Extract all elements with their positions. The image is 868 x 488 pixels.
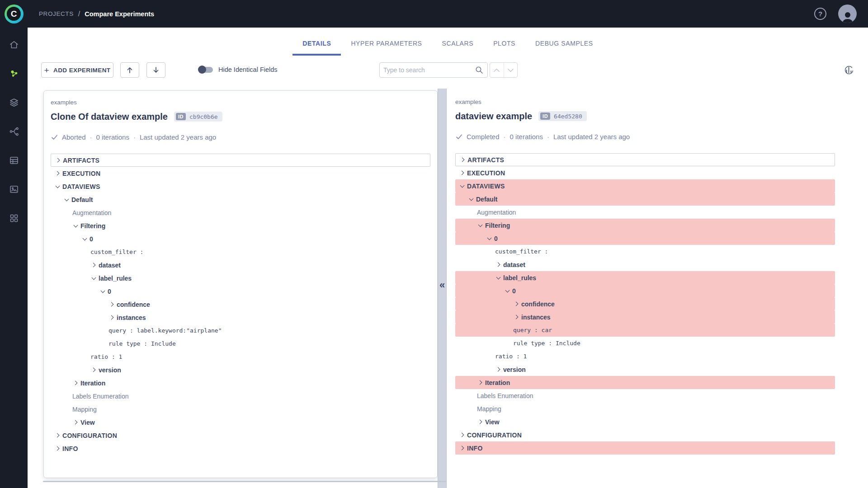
row-chevron-icon[interactable] <box>54 170 61 177</box>
row-chevron-icon[interactable] <box>486 235 493 242</box>
tab-details[interactable]: DETAILS <box>292 40 341 56</box>
row-chevron-icon[interactable] <box>477 379 484 386</box>
user-avatar[interactable] <box>838 5 857 23</box>
tree-row[interactable]: 0 <box>51 232 430 245</box>
sidebar-item-pipelines[interactable] <box>0 117 28 146</box>
tree-row[interactable]: View <box>455 415 835 428</box>
tree-row[interactable]: DATAVIEWS <box>455 179 835 192</box>
sidebar-item-orchestration[interactable] <box>0 146 28 175</box>
app-logo[interactable]: C <box>0 0 28 28</box>
tree-row[interactable]: instances <box>51 311 430 324</box>
tree-row[interactable]: CONFIGURATION <box>455 428 835 441</box>
tree-row[interactable]: confidence <box>455 297 835 310</box>
tree-row[interactable]: EXECUTION <box>455 166 835 179</box>
tree-row[interactable]: Iteration <box>455 376 835 389</box>
row-chevron-icon[interactable] <box>55 157 61 164</box>
tree-row[interactable]: instances <box>455 310 835 324</box>
tree-row[interactable]: INFO <box>455 441 835 455</box>
hide-identical-toggle[interactable] <box>198 67 213 73</box>
tree-row[interactable]: 0 <box>51 285 430 298</box>
experiment-id-badge[interactable]: ID 64ed5280 <box>538 111 587 121</box>
row-chevron-icon[interactable] <box>495 366 502 373</box>
row-chevron-icon[interactable] <box>459 156 466 163</box>
row-chevron-icon[interactable] <box>513 314 520 320</box>
tree-row[interactable]: Default <box>455 192 835 206</box>
tab-hyper-parameters[interactable]: HYPER PARAMETERS <box>341 40 432 56</box>
sidebar-item-projects[interactable] <box>0 59 28 88</box>
plus-icon: + <box>44 66 50 75</box>
project-name[interactable]: examples <box>51 99 430 106</box>
tree-row[interactable]: 0 <box>455 232 835 245</box>
reports-icon <box>9 184 19 195</box>
row-chevron-icon[interactable] <box>504 287 511 294</box>
tree-row[interactable]: dataset <box>51 258 430 272</box>
row-chevron-icon[interactable] <box>72 419 79 426</box>
experiment-id-badge[interactable]: ID cb9c0b6e <box>174 112 222 122</box>
next-diff-button[interactable] <box>146 62 165 78</box>
row-chevron-icon[interactable] <box>99 288 106 295</box>
row-chevron-icon[interactable] <box>90 275 97 282</box>
tree-row[interactable]: dataset <box>455 258 835 271</box>
row-chevron-icon[interactable] <box>63 196 70 203</box>
row-chevron-icon[interactable] <box>459 432 466 438</box>
panel-splitter[interactable]: « <box>438 89 447 488</box>
search-input[interactable] <box>383 66 475 74</box>
collapse-panel-button[interactable]: « <box>438 280 446 290</box>
row-chevron-icon[interactable] <box>468 196 475 202</box>
tree-row[interactable]: View <box>51 416 430 429</box>
tree-row[interactable]: Filtering <box>51 219 430 232</box>
help-icon[interactable]: ? <box>814 8 826 20</box>
sidebar-item-applications[interactable] <box>0 204 28 233</box>
project-name[interactable]: examples <box>455 99 835 105</box>
row-chevron-icon[interactable] <box>513 300 520 307</box>
row-chevron-icon[interactable] <box>90 366 97 373</box>
prev-diff-button[interactable] <box>120 62 139 78</box>
tab-scalars[interactable]: SCALARS <box>432 40 484 56</box>
search-prev-button[interactable] <box>490 63 504 77</box>
tab-debug-samples[interactable]: DEBUG SAMPLES <box>525 40 603 56</box>
sidebar-item-datasets[interactable] <box>0 88 28 117</box>
row-chevron-icon[interactable] <box>459 183 466 189</box>
sidebar-item-home[interactable] <box>0 30 28 59</box>
tree-row[interactable]: INFO <box>51 442 430 455</box>
tree-row[interactable]: label_rules <box>455 271 835 284</box>
row-chevron-icon[interactable] <box>54 445 61 452</box>
row-chevron-icon[interactable] <box>495 274 502 281</box>
tree-row[interactable]: ARTIFACTS <box>51 154 430 167</box>
row-chevron-icon[interactable] <box>108 301 115 308</box>
row-chevron-icon[interactable] <box>54 432 61 439</box>
horizontal-scrollbar[interactable] <box>43 481 446 482</box>
tree-row[interactable]: CONFIGURATION <box>51 429 430 442</box>
search-icon[interactable] <box>475 66 484 75</box>
row-chevron-icon[interactable] <box>459 445 466 451</box>
tree-row[interactable]: EXECUTION <box>51 167 430 180</box>
tree-row[interactable]: confidence <box>51 298 430 311</box>
tree-row[interactable]: ARTIFACTS <box>455 153 835 166</box>
tree-row[interactable]: 0 <box>455 284 835 297</box>
row-chevron-icon[interactable] <box>477 418 484 425</box>
row-chevron-icon[interactable] <box>54 183 61 190</box>
row-chevron-icon[interactable] <box>81 235 88 242</box>
row-chevron-icon[interactable] <box>459 169 466 176</box>
sidebar-item-reports[interactable] <box>0 175 28 204</box>
row-chevron-icon[interactable] <box>72 222 79 229</box>
tree-row[interactable]: label_rules <box>51 272 430 285</box>
row-chevron-icon[interactable] <box>72 380 79 386</box>
row-chevron-icon[interactable] <box>90 262 97 268</box>
tree-row[interactable]: Filtering <box>455 219 835 232</box>
tree-row[interactable]: version <box>455 363 835 376</box>
switch-view-button[interactable] <box>840 61 858 79</box>
add-experiment-button[interactable]: + ADD EXPERIMENT <box>41 62 113 78</box>
search-next-button[interactable] <box>504 63 518 77</box>
tree-row[interactable]: Iteration <box>51 376 430 389</box>
pipelines-icon <box>9 126 19 137</box>
tree-row[interactable]: version <box>51 363 430 376</box>
row-chevron-icon[interactable] <box>495 261 502 268</box>
row-chevron-icon[interactable] <box>477 222 484 229</box>
tab-plots[interactable]: PLOTS <box>483 40 525 56</box>
tree-row[interactable]: Default <box>51 193 430 206</box>
row-label: CONFIGURATION <box>62 432 117 439</box>
breadcrumb-projects-link[interactable]: PROJECTS <box>39 10 74 17</box>
row-chevron-icon[interactable] <box>108 314 115 321</box>
tree-row[interactable]: DATAVIEWS <box>51 180 430 193</box>
